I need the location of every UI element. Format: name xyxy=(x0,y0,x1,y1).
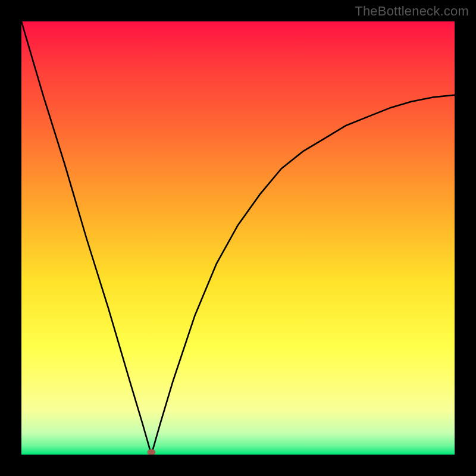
chart-frame: TheBottleneck.com xyxy=(0,0,476,476)
chart-svg xyxy=(21,21,455,455)
watermark-text: TheBottleneck.com xyxy=(355,4,469,19)
plot-area xyxy=(21,21,455,455)
